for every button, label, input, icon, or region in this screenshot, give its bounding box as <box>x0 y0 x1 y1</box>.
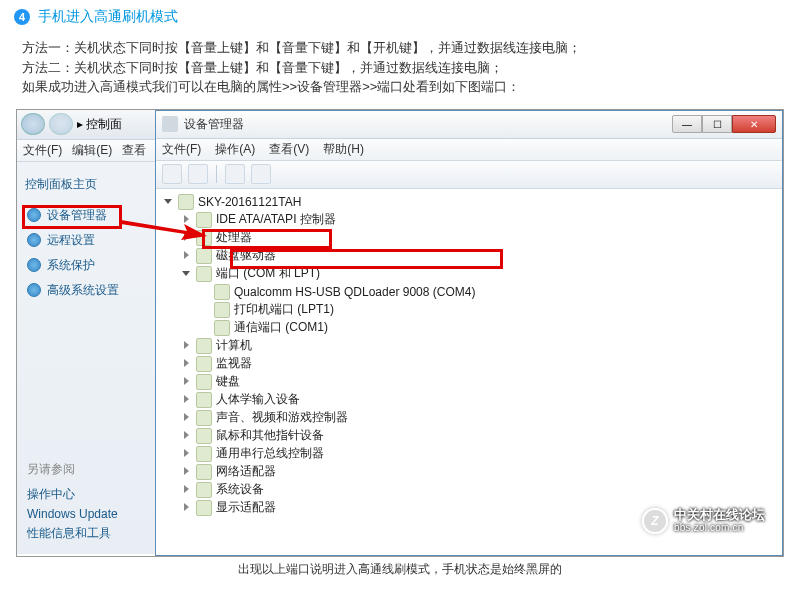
watermark: Z 中关村在线论坛 bbs.zol.com.cn <box>642 508 765 534</box>
tree-node-label: IDE ATA/ATAPI 控制器 <box>216 211 336 228</box>
cp-nav-bar: ▸ 控制面 <box>17 110 156 140</box>
device-icon <box>196 464 212 480</box>
screenshot-container: ▸ 控制面 文件(F) 编辑(E) 查看 控制面板主页 设备管理器 远程设置 系… <box>16 109 784 557</box>
cp-link-label: 高级系统设置 <box>47 282 119 299</box>
forward-button[interactable] <box>49 113 73 135</box>
cp-heading: 控制面板主页 <box>25 176 148 193</box>
expander-icon[interactable] <box>182 413 192 423</box>
device-icon <box>196 392 212 408</box>
cp-link-protection[interactable]: 系统保护 <box>25 253 148 278</box>
cp-link-advanced[interactable]: 高级系统设置 <box>25 278 148 303</box>
device-icon <box>196 482 212 498</box>
cp-link-label: 系统保护 <box>47 257 95 274</box>
expander-icon[interactable] <box>182 251 192 261</box>
cp-seealso-action-center[interactable]: 操作中心 <box>27 484 118 505</box>
cp-menu-edit[interactable]: 编辑(E) <box>72 142 112 159</box>
menu-action[interactable]: 操作(A) <box>215 141 255 158</box>
cp-menu-file[interactable]: 文件(F) <box>23 142 62 159</box>
devmgr-title: 设备管理器 <box>184 116 672 133</box>
tree-node-label: 打印机端口 (LPT1) <box>234 301 334 318</box>
minimize-button[interactable]: — <box>672 115 702 133</box>
expander-icon[interactable] <box>182 359 192 369</box>
tree-node[interactable]: 键盘 <box>182 373 776 391</box>
tree-node-label: 键盘 <box>216 373 240 390</box>
highlight-box-qdloader <box>230 249 503 269</box>
tree-root-label: SKY-20161121TAH <box>198 195 301 209</box>
device-icon <box>196 410 212 426</box>
tree-node[interactable]: 系统设备 <box>182 481 776 499</box>
devmgr-menu-bar: 文件(F) 操作(A) 查看(V) 帮助(H) <box>156 139 782 161</box>
tree-node-qdloader[interactable]: Qualcomm HS-USB QDLoader 9008 (COM4) <box>200 283 776 301</box>
port-icon <box>214 284 230 300</box>
step-number-badge: 4 <box>14 9 30 25</box>
tree-node-label: 网络适配器 <box>216 463 276 480</box>
breadcrumb[interactable]: ▸ 控制面 <box>77 116 122 133</box>
tb-scan-icon[interactable] <box>251 164 271 184</box>
expander-icon[interactable] <box>182 503 192 513</box>
watermark-text-url: bbs.zol.com.cn <box>674 522 765 533</box>
tree-node[interactable]: 网络适配器 <box>182 463 776 481</box>
close-button[interactable]: ✕ <box>732 115 776 133</box>
step-title: 手机进入高通刷机模式 <box>38 8 178 26</box>
expander-icon[interactable] <box>182 431 192 441</box>
control-panel-window: ▸ 控制面 文件(F) 编辑(E) 查看 控制面板主页 设备管理器 远程设置 系… <box>17 110 157 554</box>
shield-icon <box>27 258 41 272</box>
expander-icon[interactable] <box>182 485 192 495</box>
tree-node[interactable]: 通信端口 (COM1) <box>200 319 776 337</box>
cp-seealso-label: 另请参阅 <box>27 461 118 478</box>
tree-node[interactable]: 监视器 <box>182 355 776 373</box>
cp-seealso-perf[interactable]: 性能信息和工具 <box>27 523 118 544</box>
svg-marker-0 <box>121 220 207 240</box>
ports-icon <box>196 266 212 282</box>
tree-node[interactable]: 声音、视频和游戏控制器 <box>182 409 776 427</box>
expander-icon[interactable] <box>182 377 192 387</box>
shield-icon <box>27 283 41 297</box>
device-icon <box>196 428 212 444</box>
device-icon <box>196 374 212 390</box>
menu-view[interactable]: 查看(V) <box>269 141 309 158</box>
instructions-block: 方法一：关机状态下同时按【音量上键】和【音量下键】和【开机键】，并通过数据线连接… <box>0 34 800 107</box>
tree-node-label: 显示适配器 <box>216 499 276 516</box>
expander-icon[interactable] <box>182 395 192 405</box>
tree-node[interactable]: 通用串行总线控制器 <box>182 445 776 463</box>
tb-forward-icon[interactable] <box>188 164 208 184</box>
device-icon <box>196 446 212 462</box>
expander-icon[interactable] <box>164 197 174 207</box>
expander-icon[interactable] <box>182 449 192 459</box>
shield-icon <box>27 233 41 247</box>
maximize-button[interactable]: ☐ <box>702 115 732 133</box>
menu-file[interactable]: 文件(F) <box>162 141 201 158</box>
tb-back-icon[interactable] <box>162 164 182 184</box>
device-icon <box>196 500 212 516</box>
instr-line-3: 如果成功进入高通模式我们可以在电脑的属性>>设备管理器>>端口处看到如下图端口： <box>22 77 778 97</box>
cp-menu-view[interactable]: 查看 <box>122 142 146 159</box>
tree-root[interactable]: SKY-20161121TAH <box>164 193 776 211</box>
devmgr-titlebar: 设备管理器 — ☐ ✕ <box>156 111 782 139</box>
tree-node-label: Qualcomm HS-USB QDLoader 9008 (COM4) <box>234 285 475 299</box>
caption: 出现以上端口说明进入高通线刷模式，手机状态是始终黑屏的 <box>0 561 800 578</box>
cp-seealso-windows-update[interactable]: Windows Update <box>27 505 118 523</box>
instr-line-2: 方法二：关机状态下同时按【音量上键】和【音量下键】，并通过数据线连接电脑； <box>22 58 778 78</box>
tree-node[interactable]: 鼠标和其他指针设备 <box>182 427 776 445</box>
tree-node-label: 监视器 <box>216 355 252 372</box>
tb-props-icon[interactable] <box>225 164 245 184</box>
expander-icon[interactable] <box>182 269 192 279</box>
tree-node[interactable]: 计算机 <box>182 337 776 355</box>
red-arrow-annotation <box>121 214 207 240</box>
devmgr-toolbar <box>156 161 782 189</box>
expander-icon[interactable] <box>182 467 192 477</box>
tree-node[interactable]: 人体学输入设备 <box>182 391 776 409</box>
highlight-box-sidebar <box>22 205 122 229</box>
device-icon <box>196 248 212 264</box>
expander-icon[interactable] <box>182 341 192 351</box>
back-button[interactable] <box>21 113 45 135</box>
tree-node-label: 系统设备 <box>216 481 264 498</box>
watermark-text-cn: 中关村在线论坛 <box>674 508 765 522</box>
cp-link-label: 远程设置 <box>47 232 95 249</box>
device-manager-window: 设备管理器 — ☐ ✕ 文件(F) 操作(A) 查看(V) 帮助(H) SKY-… <box>155 110 783 556</box>
menu-help[interactable]: 帮助(H) <box>323 141 364 158</box>
tree-node[interactable]: IDE ATA/ATAPI 控制器 <box>182 211 776 229</box>
tree-node[interactable]: 打印机端口 (LPT1) <box>200 301 776 319</box>
highlight-box-ports <box>202 229 332 249</box>
computer-icon <box>178 194 194 210</box>
